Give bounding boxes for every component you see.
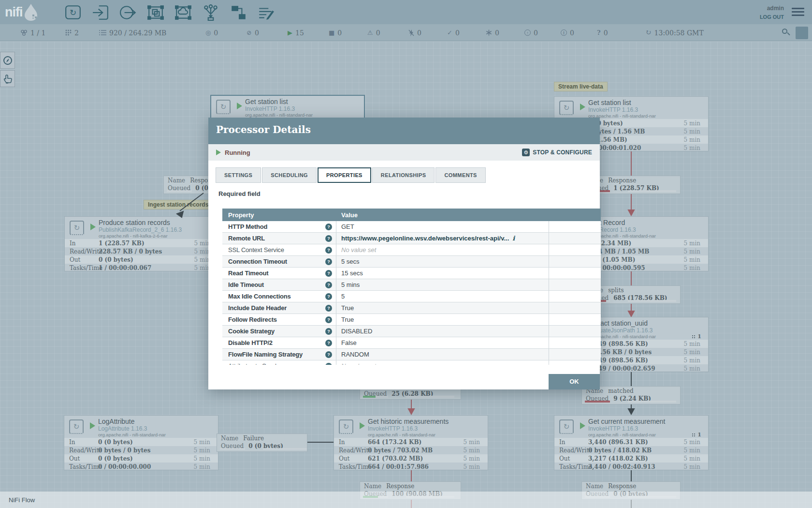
tab-settings[interactable]: SETTINGS bbox=[216, 167, 261, 183]
table-row[interactable]: Max Idle Connections? 5 bbox=[222, 291, 601, 302]
tab-properties[interactable]: PROPERTIES bbox=[318, 167, 371, 183]
table-row[interactable]: Attributes to Send? No value set bbox=[222, 360, 601, 365]
column-header-property: Property bbox=[222, 209, 336, 221]
help-icon[interactable]: ? bbox=[325, 247, 332, 254]
processor-get-historic-measurements[interactable]: ↻ Get historic measurements InvokeHTTP 1… bbox=[334, 415, 488, 470]
drag-processor-icon[interactable]: ↻ bbox=[64, 4, 82, 21]
help-icon[interactable]: ? bbox=[325, 235, 332, 242]
running-indicator-icon bbox=[216, 149, 221, 155]
processor-type-icon: ↻ bbox=[559, 419, 574, 434]
cluster-icon bbox=[20, 30, 28, 36]
help-icon[interactable]: ? bbox=[325, 224, 332, 230]
drag-input-port-icon[interactable] bbox=[92, 4, 109, 21]
stat-label: Read/Write bbox=[69, 447, 98, 454]
tab-relationships[interactable]: RELATIONSHIPS bbox=[372, 167, 435, 183]
logout-link[interactable]: LOG OUT bbox=[760, 14, 784, 20]
help-icon[interactable]: ? bbox=[325, 293, 332, 300]
stat-in: 664 (173.24 KB) bbox=[368, 439, 464, 446]
refresh-status[interactable]: ↻ 13:00:58 GMT bbox=[645, 24, 704, 41]
help-icon[interactable]: ? bbox=[325, 270, 332, 277]
stat-out: 3,449 (898.56 KB) bbox=[588, 357, 684, 364]
table-row[interactable]: Read Timeout? 15 secs bbox=[222, 268, 601, 279]
stat-label: Tasks/Time bbox=[559, 463, 588, 470]
help-icon[interactable]: ? bbox=[325, 363, 332, 365]
invalid-count: 0 bbox=[376, 29, 380, 37]
property-value[interactable]: GET bbox=[341, 223, 354, 230]
ok-button[interactable]: OK bbox=[549, 374, 600, 389]
property-value[interactable]: No value set bbox=[341, 362, 376, 365]
help-icon[interactable]: ? bbox=[325, 328, 332, 335]
property-value[interactable]: 15 secs bbox=[341, 269, 363, 277]
canvas-settings-button[interactable] bbox=[796, 27, 808, 39]
global-menu-icon[interactable] bbox=[792, 8, 804, 16]
stat-period: 5 min bbox=[684, 357, 700, 364]
property-value[interactable]: True bbox=[341, 316, 354, 323]
stat-tasks: 3,440 / 00:02:40.913 bbox=[588, 463, 684, 470]
property-name: Include Date Header bbox=[228, 304, 325, 312]
table-row[interactable]: Follow Redirects? True bbox=[222, 314, 601, 326]
not-transmitting-count: 0 bbox=[255, 29, 259, 37]
table-row[interactable]: FlowFile Naming Strategy? RANDOM bbox=[222, 349, 601, 360]
table-row[interactable]: HTTP Method? GET bbox=[222, 221, 601, 233]
table-row[interactable]: Idle Timeout? 5 mins bbox=[222, 279, 601, 291]
conn-name-value: Response bbox=[386, 483, 414, 490]
processor-type-icon: ↻ bbox=[339, 419, 353, 434]
stat-period: 5 min bbox=[684, 455, 700, 462]
drag-process-group-icon[interactable] bbox=[147, 4, 164, 21]
drag-template-icon[interactable] bbox=[230, 4, 247, 21]
processor-produce-station-records[interactable]: ↻ Produce station records PublishKafkaRe… bbox=[64, 216, 219, 271]
drag-remote-process-group-icon[interactable] bbox=[174, 4, 192, 21]
table-row[interactable]: Remote URL? https://www.pegelonline.wsv.… bbox=[222, 233, 601, 244]
tab-comments[interactable]: COMMENTS bbox=[435, 167, 485, 183]
table-row[interactable]: Include Date Header? True bbox=[222, 302, 601, 314]
breadcrumb[interactable]: NiFi Flow bbox=[9, 496, 35, 504]
help-icon[interactable]: ? bbox=[325, 305, 332, 312]
property-name: Disable HTTP/2 bbox=[228, 339, 325, 346]
property-value[interactable]: False bbox=[341, 339, 357, 346]
disabled-icon bbox=[408, 30, 414, 36]
processor-type-icon: ↻ bbox=[69, 419, 84, 434]
stat-period: 5 min bbox=[684, 365, 700, 372]
navigate-palette[interactable] bbox=[0, 52, 15, 69]
search-icon[interactable] bbox=[782, 29, 790, 36]
connection-label-failure[interactable]: NameFailure Queued0 (0 bytes) bbox=[217, 433, 307, 452]
processor-get-current-measurement[interactable]: ↻ Get current measurement InvokeHTTP 1.1… bbox=[554, 415, 709, 470]
property-value[interactable]: 5 mins bbox=[341, 281, 360, 288]
table-row[interactable]: Cookie Strategy? DISABLED bbox=[222, 326, 601, 337]
property-value[interactable]: RANDOM bbox=[341, 351, 369, 358]
property-value[interactable]: True bbox=[341, 304, 354, 312]
property-value[interactable]: https://www.pegelonline.wsv.de/webservic… bbox=[341, 235, 509, 242]
processor-title: LogAttribute bbox=[98, 418, 135, 425]
flow-label-stream-live-data[interactable]: Stream live-data bbox=[554, 82, 608, 91]
cluster-status: 1 / 1 bbox=[20, 24, 45, 41]
table-row[interactable]: Connection Timeout? 5 secs bbox=[222, 256, 601, 268]
processor-log-attribute[interactable]: ↻ LogAttribute LogAttribute 1.16.3 org.a… bbox=[64, 415, 218, 470]
drag-output-port-icon[interactable] bbox=[119, 4, 137, 21]
refresh-icon[interactable]: ↻ bbox=[645, 29, 652, 36]
operate-palette[interactable] bbox=[0, 70, 15, 87]
property-value[interactable]: 5 secs bbox=[341, 258, 360, 265]
property-value[interactable]: 5 bbox=[341, 293, 345, 300]
help-icon[interactable]: ? bbox=[325, 351, 332, 358]
help-icon[interactable]: ? bbox=[325, 258, 332, 265]
property-name: FlowFile Naming Strategy bbox=[228, 351, 325, 358]
help-icon[interactable]: ? bbox=[325, 340, 332, 346]
drag-funnel-icon[interactable] bbox=[202, 4, 219, 21]
flow-label-ingest-station-records[interactable]: Ingest station records bbox=[144, 200, 213, 209]
info-icon[interactable]: i bbox=[512, 235, 515, 242]
stop-and-configure-button[interactable]: ⚙ STOP & CONFIGURE bbox=[522, 149, 592, 156]
property-value[interactable]: No value set bbox=[341, 246, 376, 254]
stat-label: Out bbox=[339, 455, 368, 462]
table-row[interactable]: Disable HTTP/2? False bbox=[222, 337, 601, 349]
property-value[interactable]: DISABLED bbox=[341, 328, 372, 335]
stat-period: 5 min bbox=[684, 136, 700, 143]
help-icon[interactable]: ? bbox=[325, 282, 332, 288]
nifi-logo: nifi bbox=[5, 3, 39, 21]
transmitting-icon: ◎ bbox=[205, 30, 211, 36]
property-name: Remote URL bbox=[228, 235, 325, 242]
tab-scheduling[interactable]: SCHEDULING bbox=[262, 167, 317, 183]
conn-name-value: splits bbox=[608, 287, 624, 294]
table-row[interactable]: SSL Context Service? No value set bbox=[222, 244, 601, 256]
drag-label-icon[interactable] bbox=[257, 4, 275, 21]
help-icon[interactable]: ? bbox=[325, 316, 332, 323]
